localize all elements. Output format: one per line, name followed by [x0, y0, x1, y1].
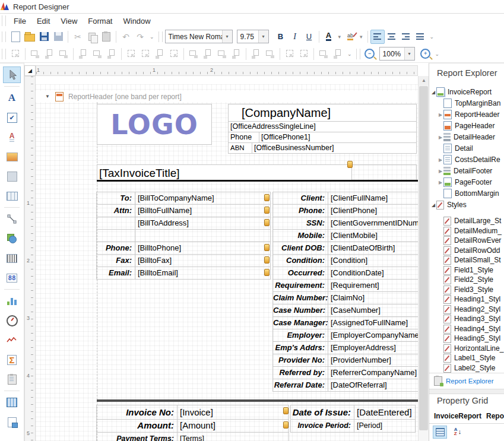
- highlight-chevron-icon[interactable]: ▾: [357, 34, 365, 40]
- center-vertically-button[interactable]: [297, 47, 311, 61]
- row-label[interactable]: To:: [96, 192, 135, 205]
- gauge-tool[interactable]: [3, 312, 21, 329]
- menu-file[interactable]: File: [8, 15, 31, 27]
- collapse-band-icon[interactable]: ▼: [45, 94, 50, 99]
- order-chevron-icon[interactable]: ⌄: [345, 51, 354, 57]
- row-label[interactable]: Date of Issue:: [290, 405, 354, 420]
- tree-item-detail-footer[interactable]: ▶ DetailFooter: [430, 166, 504, 176]
- empty-cell[interactable]: [135, 229, 271, 242]
- align-lefts-button[interactable]: [28, 47, 42, 61]
- tax-invoice-title-field[interactable]: [TaxInvoiceTitle]: [97, 164, 352, 180]
- align-centers-button[interactable]: [42, 47, 56, 61]
- sparkline-tool[interactable]: [3, 332, 21, 348]
- condition-field[interactable]: [Condition]: [328, 254, 419, 267]
- tab-report[interactable]: Repor: [486, 412, 504, 420]
- employer-field[interactable]: [EmployerCompanyName]: [328, 329, 419, 342]
- align-right-button[interactable]: [399, 30, 413, 44]
- claim-no-field[interactable]: [ClaimNo]: [328, 291, 419, 304]
- tree-item-styles[interactable]: ◢ Styles: [430, 199, 504, 210]
- size-to-tallest-button[interactable]: [153, 47, 167, 61]
- font-size-combo[interactable]: 9.75 ▾: [237, 30, 269, 43]
- panel-tool[interactable]: [3, 168, 21, 185]
- client-mobile-field[interactable]: [ClientMobile]: [328, 229, 419, 242]
- bring-to-front-button[interactable]: [316, 47, 331, 61]
- snap-to-grid-button[interactable]: [8, 47, 23, 61]
- abn-label[interactable]: ABN: [229, 143, 252, 153]
- tree-item-style[interactable]: Heading3_Styl: [430, 313, 504, 324]
- tree-item-style[interactable]: DetailLarge_St: [430, 215, 504, 226]
- empty-cell[interactable]: [351, 164, 417, 182]
- tree-item-style[interactable]: Field2_Style: [430, 274, 504, 285]
- row-label[interactable]: Emp's Addrs:: [272, 341, 328, 354]
- save-button[interactable]: [37, 30, 51, 44]
- row-label[interactable]: Condition:: [272, 254, 328, 267]
- zip-code-tool[interactable]: 88: [3, 269, 21, 286]
- size-both-button[interactable]: [167, 47, 181, 61]
- font-color-chevron-icon[interactable]: ▾: [336, 34, 344, 40]
- row-label[interactable]: Amount:: [96, 419, 177, 433]
- referrer-field[interactable]: [ReferrerCompanyName]: [328, 366, 419, 379]
- tree-item-style[interactable]: DetailSmall_St: [430, 255, 504, 265]
- row-label[interactable]: Phone:: [272, 204, 328, 217]
- bill-to-address-field[interactable]: [BillToAddress]: [135, 217, 271, 230]
- tree-item-page-footer[interactable]: ▶ PageFooter: [430, 177, 504, 188]
- menu-edit[interactable]: Edit: [31, 15, 55, 27]
- tree-item-top-margin-band[interactable]: TopMarginBan: [430, 98, 504, 109]
- tree-item-style[interactable]: Heading1_Styl: [430, 294, 504, 304]
- align-center-button[interactable]: [385, 30, 399, 44]
- row-label[interactable]: Attn:: [96, 204, 135, 217]
- tree-item-detail[interactable]: Detail: [430, 143, 504, 154]
- office-phone-field[interactable]: [OfficePhone1]: [259, 132, 416, 142]
- highlight-button[interactable]: ab: [343, 30, 357, 44]
- employer-address-field[interactable]: [EmployerAddress]: [328, 341, 419, 354]
- row-label[interactable]: Employer:: [272, 329, 328, 342]
- size-to-widest-button[interactable]: [124, 47, 138, 61]
- menu-view[interactable]: View: [55, 15, 83, 27]
- table-tool[interactable]: [3, 188, 21, 204]
- smart-tag[interactable]: [283, 407, 289, 414]
- smart-tag[interactable]: [283, 421, 289, 429]
- size-to-grid-button[interactable]: [138, 47, 153, 61]
- tree-item-style[interactable]: Label2_Style: [430, 363, 504, 373]
- row-label[interactable]: Invoice Period:: [290, 419, 354, 433]
- italic-button[interactable]: I: [288, 30, 302, 44]
- align-tops-button[interactable]: [76, 47, 90, 61]
- panel-splitter[interactable]: [429, 389, 504, 394]
- terms-field[interactable]: [Terms]: [177, 432, 289, 441]
- row-label[interactable]: Requirement:: [272, 279, 328, 292]
- alignment-chevron-icon[interactable]: ⌄: [427, 34, 437, 40]
- save-all-button[interactable]: [51, 30, 65, 44]
- client-fullname-field[interactable]: [ClientFullName]: [328, 192, 419, 205]
- pointer-tool[interactable]: [3, 66, 21, 83]
- smart-tag[interactable]: [347, 161, 353, 168]
- alphabetical-sort-button[interactable]: AZ↓: [451, 426, 464, 437]
- row-label[interactable]: SSN:: [272, 217, 328, 230]
- scrollbar-thumb[interactable]: [419, 86, 428, 430]
- design-vertical-scrollbar[interactable]: ▲: [418, 76, 429, 441]
- business-number-field[interactable]: [OfficeBusinessNumber]: [252, 143, 416, 153]
- zoom-combo[interactable]: 100% ▾: [379, 47, 415, 61]
- shape-tool[interactable]: [3, 230, 21, 247]
- bill-to-fax-field[interactable]: [BilltoFax]: [135, 254, 271, 267]
- tree-item-detail-header[interactable]: ▶ DetailHeader: [430, 132, 504, 142]
- h-spacing-equal-button[interactable]: [186, 47, 201, 61]
- company-info-table[interactable]: [CompanyName] [OfficeAddressSingleLine] …: [228, 104, 417, 154]
- tab-invoice-report[interactable]: InvoiceReport: [434, 412, 481, 420]
- font-color-button[interactable]: A: [322, 30, 336, 44]
- provider-number-field[interactable]: [ProviderNumber]: [328, 354, 419, 367]
- collapsed-arrow-icon[interactable]: ▶: [438, 135, 443, 140]
- smart-tag[interactable]: [264, 256, 270, 264]
- client-phone-field[interactable]: [ClientPhone]: [328, 204, 419, 217]
- copy-button[interactable]: [85, 30, 99, 44]
- bill-to-email-field[interactable]: [BilltoEmail]: [135, 266, 271, 280]
- combo-arrow-icon[interactable]: ▾: [258, 30, 268, 43]
- page-info-tool[interactable]: [3, 371, 21, 388]
- row-label[interactable]: Claim Number:: [272, 291, 328, 304]
- align-left-button[interactable]: [370, 30, 385, 44]
- condition-date-field[interactable]: [ConditionDate]: [328, 266, 419, 280]
- row-label[interactable]: [96, 217, 135, 230]
- collapsed-arrow-icon[interactable]: ▶: [438, 112, 443, 118]
- picture-box-tool[interactable]: [3, 148, 21, 165]
- align-rights-button[interactable]: [56, 47, 71, 61]
- date-entered-field[interactable]: [DateEntered]: [354, 405, 416, 420]
